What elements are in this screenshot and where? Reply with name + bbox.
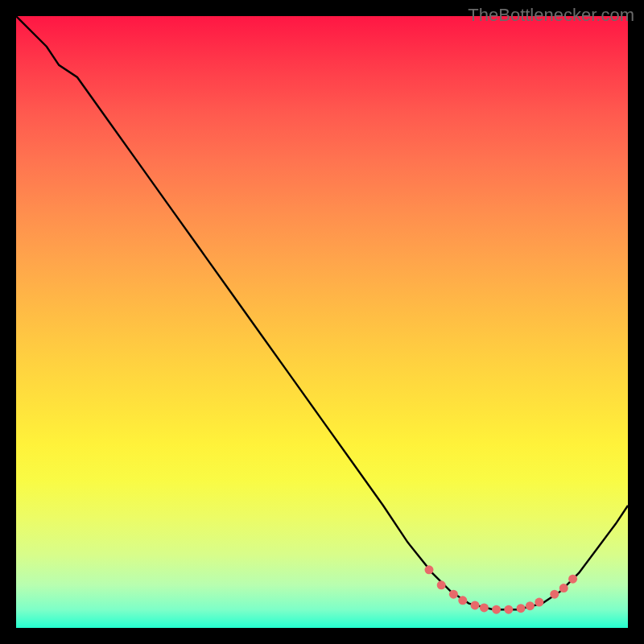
chart-plot-area: [16, 16, 628, 628]
chart-marker: [535, 598, 543, 607]
watermark-label: TheBottlenecker.com: [468, 5, 634, 26]
chart-marker: [526, 601, 535, 610]
chart-marker: [559, 584, 568, 592]
chart-marker: [471, 601, 480, 609]
chart-marker: [480, 603, 489, 612]
chart-marker: [550, 590, 559, 599]
chart-marker: [517, 604, 526, 613]
chart-svg: [16, 16, 628, 628]
chart-marker: [449, 590, 458, 599]
chart-marker: [504, 605, 513, 614]
chart-marker: [492, 605, 501, 614]
chart-marker: [425, 565, 434, 574]
chart-markers: [425, 565, 578, 613]
chart-line: [16, 16, 628, 609]
chart-marker: [568, 575, 577, 584]
chart-marker: [458, 596, 467, 605]
chart-marker: [437, 580, 446, 589]
